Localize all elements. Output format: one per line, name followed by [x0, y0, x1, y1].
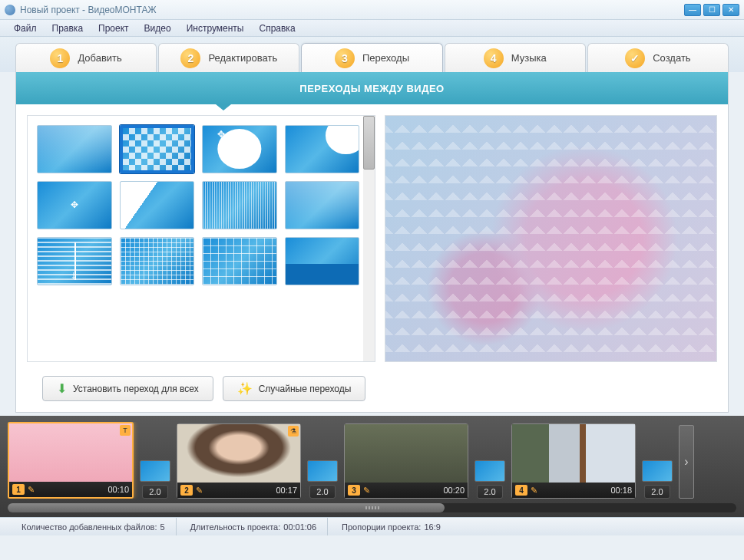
- scrollbar-thumb[interactable]: [363, 116, 375, 170]
- status-label: Длительность проекта:: [190, 522, 281, 532]
- transition-chip[interactable]: 2.0: [140, 460, 170, 499]
- app-icon: [5, 5, 15, 15]
- status-value: 00:01:06: [283, 522, 316, 532]
- transition-item-selected[interactable]: [120, 125, 195, 173]
- clip-number: 4: [515, 485, 527, 496]
- menu-edit[interactable]: Правка: [46, 21, 90, 35]
- menu-project[interactable]: Проект: [92, 21, 135, 35]
- step-tab-edit[interactable]: 2 Редактировать: [158, 43, 299, 72]
- close-button[interactable]: ✕: [723, 4, 739, 16]
- window-controls: — ☐ ✕: [684, 4, 739, 16]
- transitions-grid-wrap: [27, 115, 375, 362]
- clip-number: 1: [12, 484, 25, 495]
- menu-bar: Файл Правка Проект Видео Инструменты Спр…: [0, 20, 744, 37]
- step-tab-create[interactable]: ✓ Создать: [587, 43, 729, 72]
- effect-badge-icon: ⚗: [288, 426, 299, 436]
- step-label: Добавить: [78, 52, 121, 64]
- menu-tools[interactable]: Инструменты: [180, 21, 250, 35]
- transition-chip[interactable]: 2.0: [475, 460, 505, 499]
- timeline-clip-4[interactable]: 4 ✎ 00:18: [511, 423, 636, 499]
- timeline-track[interactable]: T 1 ✎ 00:10 2.0 ⚗ 2 ✎ 00:17: [8, 422, 736, 499]
- edit-icon[interactable]: ✎: [531, 486, 537, 496]
- action-row: ⬇ Установить переход для всех ✨ Случайны…: [16, 373, 728, 412]
- title-bar: Новый проект - ВидеоМОНТАЖ — ☐ ✕: [0, 0, 744, 20]
- step-label: Создать: [653, 52, 690, 64]
- transition-thumb[interactable]: [140, 460, 170, 482]
- status-ratio: Пропорции проекта: 16:9: [331, 518, 451, 535]
- status-value: 5: [160, 522, 164, 532]
- transition-duration[interactable]: 2.0: [644, 485, 670, 499]
- step-tab-music[interactable]: 4 Музыка: [445, 43, 586, 72]
- transition-duration[interactable]: 2.0: [477, 485, 502, 499]
- timeline-scroll-right[interactable]: ›: [679, 425, 694, 499]
- transition-thumb[interactable]: [642, 460, 673, 482]
- clip-number: 3: [348, 485, 360, 496]
- transition-item[interactable]: [202, 125, 277, 173]
- content-panel: ПЕРЕХОДЫ МЕЖДУ ВИДЕО: [15, 72, 729, 413]
- step-label: Редактировать: [208, 52, 277, 64]
- transition-chip[interactable]: 2.0: [307, 460, 338, 499]
- transition-item[interactable]: [120, 237, 195, 285]
- edit-icon[interactable]: ✎: [28, 485, 35, 495]
- step-tab-add[interactable]: 1 Добавить: [15, 43, 157, 72]
- transition-chip[interactable]: 2.0: [642, 460, 673, 499]
- transition-item[interactable]: [120, 181, 195, 229]
- timeline-clip-2[interactable]: ⚗ 2 ✎ 00:17: [177, 423, 301, 499]
- transition-item[interactable]: [202, 237, 277, 285]
- clip-info-bar: 2 ✎ 00:17: [177, 483, 300, 498]
- step-tab-transitions[interactable]: 3 Переходы: [301, 43, 442, 72]
- maximize-button[interactable]: ☐: [703, 4, 720, 16]
- scrollbar-thumb[interactable]: [8, 503, 445, 512]
- edit-icon[interactable]: ✎: [363, 486, 370, 496]
- step-number-icon: 1: [50, 48, 70, 68]
- step-label: Музыка: [511, 52, 547, 64]
- timeline-h-scrollbar[interactable]: [8, 503, 736, 512]
- transition-item[interactable]: [37, 181, 112, 229]
- transition-duration[interactable]: 2.0: [309, 485, 335, 499]
- minimize-button[interactable]: —: [684, 4, 701, 16]
- transition-item[interactable]: [37, 125, 112, 173]
- status-bar: Количество добавленных файлов: 5 Длитель…: [0, 517, 744, 535]
- transition-item[interactable]: [285, 181, 360, 229]
- timeline-clip-3[interactable]: 3 ✎ 00:20: [344, 423, 468, 499]
- transition-item[interactable]: [285, 237, 360, 285]
- transition-duration[interactable]: 2.0: [142, 485, 167, 499]
- transitions-grid: [28, 116, 375, 295]
- transition-thumb[interactable]: [307, 460, 338, 482]
- status-label: Количество добавленных файлов:: [21, 522, 157, 532]
- menu-help[interactable]: Справка: [253, 21, 301, 35]
- step-number-icon: 4: [484, 48, 504, 68]
- edit-icon[interactable]: ✎: [196, 486, 203, 496]
- step-number-icon: 2: [180, 48, 200, 68]
- window-title: Новый проект - ВидеоМОНТАЖ: [20, 5, 684, 15]
- transition-thumb[interactable]: [475, 460, 505, 482]
- section-banner: ПЕРЕХОДЫ МЕЖДУ ВИДЕО: [16, 72, 728, 104]
- clip-duration: 00:17: [276, 486, 297, 495]
- transition-item[interactable]: [202, 181, 277, 229]
- arrow-down-icon: ⬇: [57, 381, 67, 396]
- clip-info-bar: 3 ✎ 00:20: [345, 483, 468, 498]
- clip-duration: 00:10: [107, 485, 129, 494]
- preview-effect-overlay: [385, 116, 716, 361]
- apply-all-button[interactable]: ⬇ Установить переход для всех: [42, 376, 213, 401]
- clip-duration: 00:20: [443, 486, 465, 495]
- menu-video[interactable]: Видео: [138, 21, 177, 35]
- clip-thumbnail: [512, 424, 635, 483]
- step-label: Переходы: [362, 52, 409, 64]
- transitions-scrollbar[interactable]: [363, 116, 375, 361]
- status-label: Пропорции проекта:: [342, 522, 421, 532]
- step-check-icon: ✓: [625, 48, 645, 68]
- random-transitions-button[interactable]: ✨ Случайные переходы: [223, 376, 366, 401]
- status-duration: Длительность проекта: 00:01:06: [180, 518, 329, 535]
- clip-duration: 00:18: [610, 486, 632, 495]
- timeline-clip-1[interactable]: T 1 ✎ 00:10: [8, 422, 134, 499]
- step-tabs: 1 Добавить 2 Редактировать 3 Переходы 4 …: [0, 37, 744, 72]
- menu-file[interactable]: Файл: [8, 21, 43, 35]
- step-number-icon: 3: [335, 48, 355, 68]
- clip-thumbnail: ⚗: [177, 424, 300, 483]
- transition-item[interactable]: [285, 125, 360, 173]
- split-pane: [16, 104, 728, 373]
- wand-icon: ✨: [237, 381, 253, 396]
- timeline-panel: T 1 ✎ 00:10 2.0 ⚗ 2 ✎ 00:17: [0, 416, 744, 517]
- transition-item[interactable]: [37, 237, 112, 285]
